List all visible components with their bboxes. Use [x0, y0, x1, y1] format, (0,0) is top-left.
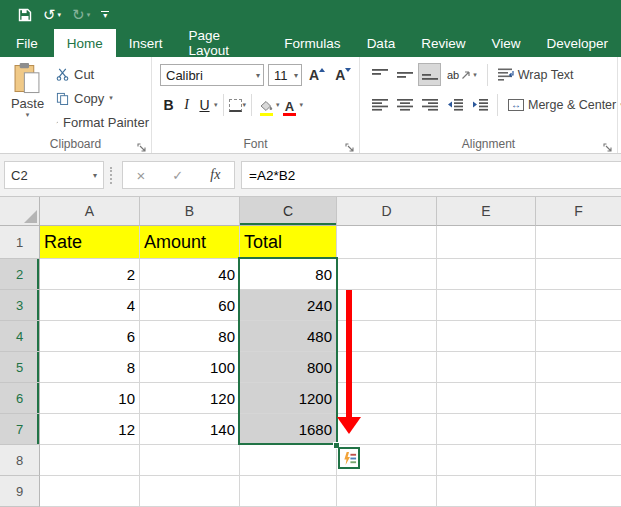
column-header-C[interactable]: C: [240, 197, 337, 226]
cell-D6[interactable]: [337, 383, 437, 414]
bold-button[interactable]: B: [160, 94, 177, 116]
row-header-7[interactable]: 7: [0, 414, 40, 445]
row-header-6[interactable]: 6: [0, 383, 40, 414]
underline-dropdown-icon[interactable]: ▾: [214, 101, 218, 109]
formula-bar-grip[interactable]: [110, 167, 112, 184]
cell-A1[interactable]: Rate: [40, 226, 140, 259]
row-header-1[interactable]: 1: [0, 226, 40, 259]
cell-B4[interactable]: 80: [140, 321, 240, 352]
cell-B8[interactable]: [140, 445, 240, 476]
cell-A5[interactable]: 8: [40, 352, 140, 383]
column-header-F[interactable]: F: [536, 197, 621, 226]
cell-D3[interactable]: [337, 290, 437, 321]
increase-indent-button[interactable]: [468, 93, 491, 116]
cell-A3[interactable]: 4: [40, 290, 140, 321]
cell-E9[interactable]: [437, 476, 536, 507]
tab-developer[interactable]: Developer: [533, 29, 621, 57]
tab-home[interactable]: Home: [54, 29, 116, 57]
cell-F6[interactable]: [536, 383, 621, 414]
orientation-dropdown-icon[interactable]: ▾: [473, 71, 477, 79]
cell-A7[interactable]: 12: [40, 414, 140, 445]
alignment-dialog-launcher-icon[interactable]: [603, 139, 614, 150]
cell-D4[interactable]: [337, 321, 437, 352]
cell-F1[interactable]: [536, 226, 621, 259]
orientation-button[interactable]: ab ▾: [443, 63, 481, 86]
cell-E6[interactable]: [437, 383, 536, 414]
font-dialog-launcher-icon[interactable]: [345, 139, 356, 150]
font-color-button[interactable]: A: [281, 94, 299, 116]
font-size-dropdown-icon[interactable]: ▾: [294, 71, 298, 80]
tab-review[interactable]: Review: [408, 29, 478, 57]
column-header-E[interactable]: E: [437, 197, 536, 226]
row-header-3[interactable]: 3: [0, 290, 40, 321]
row-header-4[interactable]: 4: [0, 321, 40, 352]
cell-A2[interactable]: 2: [40, 259, 140, 290]
cell-F5[interactable]: [536, 352, 621, 383]
row-header-2[interactable]: 2: [0, 259, 40, 290]
underline-button[interactable]: U: [196, 94, 213, 116]
cell-F8[interactable]: [536, 445, 621, 476]
decrease-indent-button[interactable]: [443, 93, 466, 116]
cell-E5[interactable]: [437, 352, 536, 383]
cell-C7[interactable]: 1680: [240, 414, 337, 445]
cell-C5[interactable]: 800: [240, 352, 337, 383]
cell-F9[interactable]: [536, 476, 621, 507]
cell-F3[interactable]: [536, 290, 621, 321]
tab-view[interactable]: View: [478, 29, 533, 57]
merge-and-center-button[interactable]: ↔ Merge & Center ▾: [508, 98, 621, 112]
cell-B2[interactable]: 40: [140, 259, 240, 290]
cut-button[interactable]: Cut: [53, 62, 149, 86]
row-header-8[interactable]: 8: [0, 445, 40, 476]
cell-F4[interactable]: [536, 321, 621, 352]
increase-font-size-button[interactable]: A: [306, 67, 328, 83]
font-name-combobox[interactable]: Calibri ▾: [160, 64, 264, 86]
cell-B9[interactable]: [140, 476, 240, 507]
cell-D2[interactable]: [337, 259, 437, 290]
row-header-9[interactable]: 9: [0, 476, 40, 507]
cell-D5[interactable]: [337, 352, 437, 383]
cell-D7[interactable]: [337, 414, 437, 445]
row-header-5[interactable]: 5: [0, 352, 40, 383]
middle-align-button[interactable]: [393, 63, 416, 86]
redo-button[interactable]: ↻ ▾: [72, 7, 90, 22]
center-button[interactable]: [393, 93, 416, 116]
cell-E1[interactable]: [437, 226, 536, 259]
font-name-dropdown-icon[interactable]: ▾: [256, 71, 260, 80]
cell-C6[interactable]: 1200: [240, 383, 337, 414]
column-header-D[interactable]: D: [337, 197, 437, 226]
cell-A8[interactable]: [40, 445, 140, 476]
cell-B3[interactable]: 60: [140, 290, 240, 321]
italic-button[interactable]: I: [178, 94, 195, 116]
fill-color-dropdown-icon[interactable]: ▾: [276, 101, 280, 109]
cell-F2[interactable]: [536, 259, 621, 290]
name-box-dropdown-icon[interactable]: ▾: [93, 171, 97, 180]
cell-A6[interactable]: 10: [40, 383, 140, 414]
copy-button[interactable]: Copy ▾: [53, 86, 149, 110]
formula-input[interactable]: =A2*B2: [241, 161, 621, 189]
column-header-A[interactable]: A: [40, 197, 140, 226]
cell-C3[interactable]: 240: [240, 290, 337, 321]
tab-formulas[interactable]: Formulas: [271, 29, 353, 57]
cell-B1[interactable]: Amount: [140, 226, 240, 259]
wrap-text-button[interactable]: Wrap Text: [498, 68, 574, 82]
cell-B6[interactable]: 120: [140, 383, 240, 414]
align-right-button[interactable]: [418, 93, 441, 116]
font-size-combobox[interactable]: 11 ▾: [268, 64, 302, 86]
cell-D1[interactable]: [337, 226, 437, 259]
cell-A4[interactable]: 6: [40, 321, 140, 352]
align-left-button[interactable]: [368, 93, 391, 116]
tab-insert[interactable]: Insert: [116, 29, 176, 57]
insert-function-button[interactable]: fx: [210, 168, 220, 182]
paste-dropdown-icon[interactable]: ▾: [26, 111, 30, 119]
bottom-align-button[interactable]: [418, 63, 441, 86]
tab-file[interactable]: File: [0, 29, 54, 57]
cancel-button[interactable]: ×: [137, 168, 146, 183]
cell-D9[interactable]: [337, 476, 437, 507]
save-button[interactable]: [18, 8, 32, 22]
name-box[interactable]: C2 ▾: [4, 161, 104, 189]
column-header-B[interactable]: B: [140, 197, 240, 226]
copy-dropdown-icon[interactable]: ▾: [109, 94, 113, 102]
cell-E8[interactable]: [437, 445, 536, 476]
cell-E2[interactable]: [437, 259, 536, 290]
cell-B5[interactable]: 100: [140, 352, 240, 383]
